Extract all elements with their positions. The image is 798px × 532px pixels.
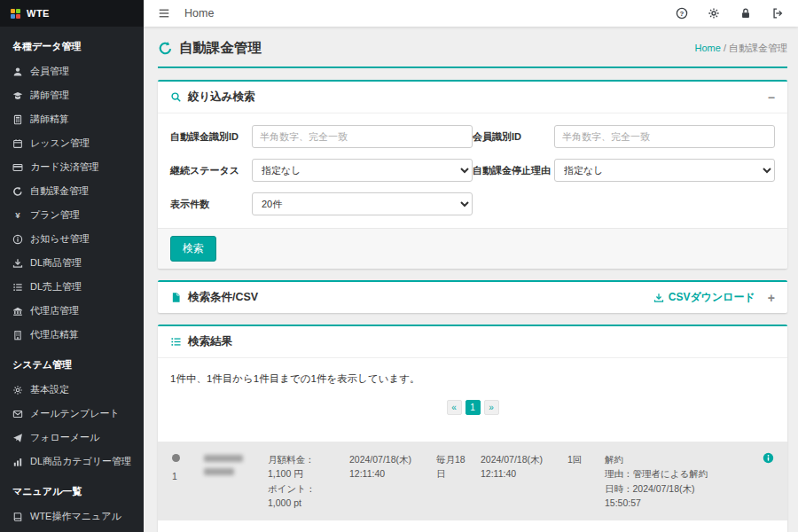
sidebar-item-agencies[interactable]: 代理店管理 [0,299,144,323]
sidebar-item-label: お知らせ管理 [30,232,90,246]
sidebar-item-label: WTE操作マニュアル [30,510,121,523]
auto-billing-id-input[interactable] [252,125,473,148]
display-count-select[interactable]: 20件 [252,192,473,215]
list-icon [170,336,182,348]
sidebar-item-dl-categories[interactable]: DL商品カテゴリー管理 [0,450,144,473]
topbar-actions: ? [676,7,784,20]
sidebar-item-label: 会員管理 [30,65,69,78]
row-count-cell: 1回 [562,452,599,466]
mail-icon [12,409,23,419]
row-cycle-cell: 毎月18 日 [431,452,475,481]
masked-id-line [204,455,243,462]
refresh-icon [158,41,173,56]
svg-text:¥: ¥ [15,210,20,220]
sidebar-item-teacher-settlement[interactable]: 講師精算 [0,107,144,131]
building-icon [12,330,23,340]
filter-card: 絞り込み検索 − 自動課金識別ID 会員識別ID [158,80,787,269]
sidebar-item-dl-products[interactable]: DL商品管理 [0,251,144,275]
sidebar-item-label: 基本設定 [30,383,69,396]
pagination-prev-button[interactable]: « [447,400,462,415]
sidebar-item-label: DL商品管理 [30,256,82,270]
row-status: 解約 [605,452,752,466]
sidebar-item-label: 講師管理 [30,89,69,102]
sidebar-item-label: 自動課金管理 [30,184,89,198]
filter-card-header: 絞り込み検索 − [158,82,787,113]
sidebar-item-label: メールテンプレート [30,407,120,420]
book-icon [12,512,23,522]
pagination-page-1-button[interactable]: 1 [466,400,481,415]
sidebar-item-label: プラン管理 [30,208,80,222]
search-icon [170,91,182,103]
user-icon [12,66,23,77]
sidebar-item-manual[interactable]: WTE操作マニュアル [0,505,144,528]
sidebar-nav: 各種データ管理会員管理講師管理講師精算レッスン管理カード決済管理自動課金管理¥プ… [0,27,144,530]
help-icon[interactable]: ? [676,7,688,20]
csv-expand-button[interactable]: + [768,292,775,304]
lock-icon[interactable] [739,7,752,20]
sidebar-item-members[interactable]: 会員管理 [0,59,144,83]
logout-icon[interactable] [771,7,784,20]
results-summary: 1件中、1件目から1件目までの1件を表示しています。 [158,367,787,386]
svg-text:?: ? [680,10,685,18]
logo-square [11,14,15,19]
logo-square [11,9,15,13]
sidebar-item-teachers[interactable]: 講師管理 [0,83,144,107]
result-row[interactable]: 1 月額料金： 1,100 円 ポイント： 1,000 pt [158,442,787,520]
results-card-title: 検索結果 [188,334,232,349]
breadcrumb: Home / 自動課金管理 [694,42,787,55]
bank-icon [12,306,23,317]
row-start-datetime-cell: 2024/07/18(木) 12:11:40 [344,452,431,481]
auto-billing-id-label: 自動課金識別ID [170,130,252,144]
sidebar-item-mail-templates[interactable]: メールテンプレート [0,402,144,426]
settings-gear-icon[interactable] [708,7,720,20]
sidebar-section-title: 各種データ管理 [0,28,144,59]
sidebar-item-auto-billing[interactable]: 自動課金管理 [0,179,144,203]
sidebar-item-label: カード決済管理 [30,160,99,174]
page-head: 自動課金管理 Home / 自動課金管理 [158,39,787,58]
sidebar-item-notices[interactable]: お知らせ管理 [0,227,144,251]
menu-toggle-icon[interactable] [158,8,170,19]
csv-file-icon [170,292,182,303]
breadcrumb-separator: / [724,43,726,53]
download-icon [653,293,664,303]
stop-reason-label: 自動課金停止理由 [473,164,554,177]
member-id-label: 会員識別ID [473,130,554,144]
row-stop-date: 日時：2024/07/18(木) [605,481,752,496]
filter-collapse-button[interactable]: − [768,91,775,104]
csv-download-link[interactable]: CSVダウンロード [653,290,755,305]
info-circle-icon[interactable] [763,452,774,464]
sidebar-item-follow-mail[interactable]: フォローメール [0,426,144,450]
sidebar-item-lessons[interactable]: レッスン管理 [0,131,144,155]
sidebar-item-card-payments[interactable]: カード決済管理 [0,155,144,179]
sidebar-item-agency-settlement[interactable]: 代理店精算 [0,323,144,347]
member-id-input[interactable] [554,125,775,148]
sidebar: WTE 各種データ管理会員管理講師管理講師精算レッスン管理カード決済管理自動課金… [0,0,144,532]
row-stop-time: 15:50:57 [605,496,752,510]
pagination-next-button[interactable]: » [484,400,499,415]
sidebar-item-plans[interactable]: ¥プラン管理 [0,203,144,227]
filter-card-title: 絞り込み検索 [188,90,255,105]
stop-reason-select[interactable]: 指定なし [554,159,775,182]
search-button[interactable]: 検索 [170,236,216,262]
main-column: Home ? 自動課金管理 Home / 自動課金管理 [144,0,798,532]
topbar-home-link[interactable]: Home [184,7,214,20]
sidebar-item-label: DL商品カテゴリー管理 [30,455,131,468]
logo-row[interactable]: WTE [0,0,144,27]
sidebar-item-dl-sales[interactable]: DL売上管理 [0,275,144,299]
status-select[interactable]: 指定なし [252,159,473,182]
breadcrumb-home-link[interactable]: Home [694,43,720,53]
sidebar-section-title: システム管理 [0,347,144,378]
csv-card: 検索条件/CSV CSVダウンロード + [158,280,787,313]
row-fee-cell: 月額料金： 1,100 円 ポイント： 1,000 pt [262,452,344,510]
page-content: 自動課金管理 Home / 自動課金管理 絞り込み検索 − [144,27,798,532]
chart-icon [12,457,23,467]
row-index-cell: 1 [167,452,199,483]
results-card: 検索結果 1件中、1件目から1件目までの1件を表示しています。 « 1 » 1 [158,325,787,532]
send-icon [12,433,23,443]
row-status-cell: 解約 理由：管理者による解約 日時：2024/07/18(木) 15:50:57 [599,452,757,510]
app-logo-text: WTE [27,8,50,19]
status-label: 継続ステータス [170,164,252,177]
topbar: Home ? [144,0,798,27]
sidebar-item-basic-settings[interactable]: 基本設定 [0,378,144,402]
logo-square [16,14,20,19]
